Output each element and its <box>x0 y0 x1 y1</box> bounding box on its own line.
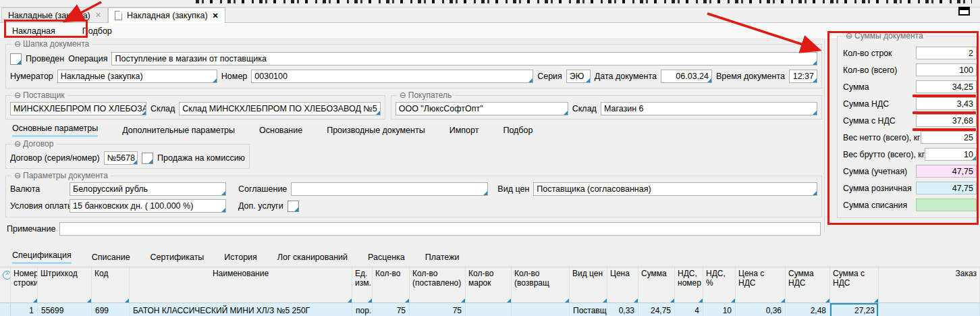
commission-checkbox[interactable] <box>142 153 153 164</box>
table-cell[interactable]: 0,33 <box>607 303 638 316</box>
col-header-ed-izm[interactable]: Ед. изм. <box>352 267 373 302</box>
dogovor-input[interactable]: №5678 <box>104 151 138 165</box>
tab-log-skanirovaniy[interactable]: Лог сканирований <box>277 253 348 264</box>
tab-nakladnye-zakupka-list[interactable]: Накладные (закупка) ✕ <box>1 7 108 22</box>
table-cell[interactable]: 2,48 <box>786 303 830 316</box>
col-header-nds-nomer[interactable]: НДС, номер <box>675 267 703 302</box>
col-header-cena-s-nds[interactable]: Цена с НДС <box>736 267 786 302</box>
close-icon[interactable]: ✕ <box>213 12 219 20</box>
restore-window-icon[interactable] <box>958 7 970 16</box>
sum-value-input[interactable]: 100 <box>916 63 977 76</box>
col-header-kolvo-marok[interactable]: Кол-во марок <box>466 267 512 302</box>
collapse-icon[interactable]: ⊖ <box>14 39 21 49</box>
table-cell[interactable] <box>512 303 570 316</box>
services-checkbox[interactable] <box>288 201 299 212</box>
tab-platezhi[interactable]: Платежи <box>425 253 460 264</box>
col-header-kolvo-vozvrash[interactable]: Кол-во (возвращ <box>512 267 570 302</box>
col-header-summa[interactable]: Сумма <box>638 267 675 302</box>
tab-istoriya[interactable]: История <box>224 253 256 264</box>
table-row[interactable]: 1 55699 699 БАТОН КЛАССИЧЕСКИЙ МИНИ ХЛ/З… <box>0 303 980 316</box>
sum-value-input[interactable]: 47,75 <box>916 165 977 178</box>
collapse-icon[interactable]: ⊖ <box>14 90 21 100</box>
col-header-kolvo[interactable]: Кол-во <box>373 267 410 302</box>
panel-splitter[interactable] <box>824 39 825 232</box>
table-cell[interactable] <box>0 303 11 316</box>
note-input[interactable] <box>59 222 821 236</box>
table-cell[interactable]: 1 <box>11 303 38 316</box>
group-title: ⊖ Покупатель <box>397 90 455 100</box>
operation-input[interactable]: Поступление в магазин от поставщика <box>111 52 817 65</box>
table-cell[interactable]: 75 <box>373 303 410 316</box>
payment-input[interactable]: 15 банковских дн. ( 100.000 %) <box>70 199 226 213</box>
supplier-sklad-input[interactable]: Склад МИНСКХЛЕБПРОМ ПО ХЛЕБОЗАВОД №5 <box>179 102 381 115</box>
tab-specifikaciya[interactable]: Спецификация <box>12 251 72 264</box>
col-header-kod[interactable]: Код <box>92 267 130 302</box>
collapse-icon[interactable]: ⊖ <box>14 171 21 180</box>
col-header-zakaz[interactable]: Заказ <box>879 267 980 302</box>
table-cell[interactable]: 75 <box>410 303 466 316</box>
col-header-vid-cen[interactable]: Вид цен <box>570 267 607 302</box>
number-input[interactable]: 0030100 <box>251 70 533 83</box>
tab-spisanie[interactable]: Списание <box>92 253 130 264</box>
table-cell[interactable]: БАТОН КЛАССИЧЕСКИЙ МИНИ ХЛ/З №5 250Г <box>130 303 352 316</box>
tab-sertifikaty[interactable]: Сертификаты <box>151 253 205 264</box>
proveden-checkbox[interactable] <box>10 53 22 65</box>
tab-nakladnaya[interactable]: Накладная <box>12 26 55 36</box>
col-header-naimenovanie[interactable]: Наименование <box>130 267 352 302</box>
sum-value-input[interactable] <box>916 199 977 211</box>
collapse-all-icon[interactable]: ^ <box>3 271 11 280</box>
tab-podbor[interactable]: Подбор <box>82 26 112 36</box>
currency-input[interactable]: Белорусский рубль <box>70 182 226 196</box>
buyer-input[interactable]: ООО "ЛюксСофтОпт" <box>396 102 568 115</box>
tab-rascenka[interactable]: Расценка <box>368 253 405 264</box>
sum-value-input[interactable]: 34,25 <box>916 80 977 93</box>
sum-value-input[interactable]: 2 <box>916 47 977 59</box>
table-cell[interactable]: пор. <box>352 303 373 316</box>
agreement-input[interactable] <box>291 182 488 196</box>
col-header-shtrihkod[interactable]: Штрихкод <box>38 267 92 302</box>
tab-osnovanie[interactable]: Основание <box>259 126 302 137</box>
date-label: Дата документа <box>595 72 657 81</box>
table-cell[interactable]: 699 <box>92 303 130 316</box>
numerator-input[interactable]: Накладные (закупка) <box>57 70 217 83</box>
series-input[interactable]: ЭЮ <box>566 70 591 83</box>
tab-osnovnye-parametry[interactable]: Основные параметры <box>12 124 98 137</box>
col-header-summa-s-nds[interactable]: Сумма с НДС <box>830 267 879 302</box>
sum-value-input[interactable]: 37,68 <box>916 114 977 127</box>
col-header-kolvo-postavleno[interactable]: Кол-во (поставлено) <box>410 267 466 302</box>
col-header-nds-procent[interactable]: НДС, % <box>703 267 736 302</box>
col-header-summa-nds[interactable]: Сумма НДС <box>786 267 830 302</box>
time-input[interactable]: 12:37 <box>789 70 817 83</box>
tab-nakladnaya-zakupka[interactable]: Накладная (закупка) ✕ <box>108 7 225 23</box>
date-input[interactable]: 06.03.24 <box>661 70 712 83</box>
col-header-cena[interactable]: Цена <box>607 267 638 302</box>
table-cell-selected[interactable]: 27,23 <box>830 303 879 316</box>
collapse-icon[interactable]: ⊖ <box>846 31 852 41</box>
sum-value-input[interactable]: 10 <box>925 148 977 161</box>
table-cell[interactable] <box>466 303 512 316</box>
sum-label: Вес брутто (всего), кг <box>843 150 925 159</box>
table-cell[interactable]: 10 <box>703 303 736 316</box>
collapse-all-header-cell[interactable]: ^ <box>0 267 11 302</box>
tab-import[interactable]: Импорт <box>450 126 479 137</box>
tab-proizvodnye-dokumenty[interactable]: Производные документы <box>327 126 425 137</box>
table-cell[interactable]: 4 <box>675 303 703 316</box>
col-header-nomer-stroki[interactable]: Номер строки <box>11 267 38 302</box>
sum-value-input[interactable]: 25 <box>921 131 977 144</box>
tab-label: Накладная (закупка) <box>127 11 208 20</box>
collapse-icon[interactable]: ⊖ <box>14 139 21 149</box>
tab-dopolnitelnye-parametry[interactable]: Дополнительные параметры <box>122 126 235 137</box>
tab-podbor-2[interactable]: Подбор <box>503 126 533 137</box>
supplier-input[interactable]: МИНСКХЛЕБПРОМ ПО ХЛЕБОЗАВОД №5 <box>10 102 146 115</box>
buyer-sklad-input[interactable]: Магазин 6 <box>601 102 817 115</box>
table-cell[interactable]: Поставщи... <box>570 303 607 316</box>
sum-value-input[interactable]: 47,75 <box>916 182 977 194</box>
collapse-icon[interactable]: ⊖ <box>400 90 406 100</box>
close-icon[interactable]: ✕ <box>95 11 101 19</box>
table-cell[interactable]: 24,75 <box>638 303 675 316</box>
table-cell[interactable]: 0,36 <box>736 303 786 316</box>
table-cell[interactable] <box>879 303 980 316</box>
table-cell[interactable]: 55699 <box>38 303 92 316</box>
sum-value-input[interactable]: 3,43 <box>916 97 977 110</box>
price-type-input[interactable]: Поставщика (согласованная) <box>533 182 817 196</box>
